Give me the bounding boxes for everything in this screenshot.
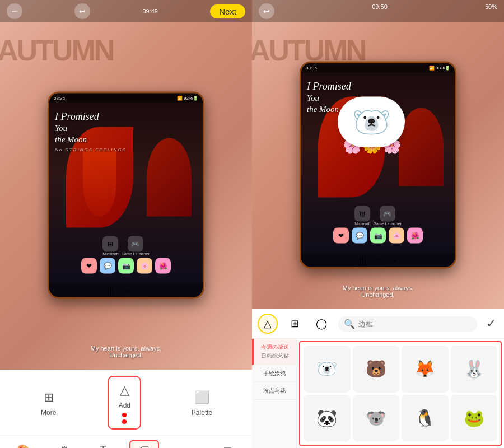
red-shape-right-2 [399,108,444,186]
microsoft-app-right: ⊞ [354,206,370,222]
app-r3: 📷 [370,228,386,244]
more-icon: ⊞ [40,389,58,407]
sticker-2: 🐻 [366,359,386,379]
game-launcher-label: Game Launcher [122,252,150,256]
category-weekly[interactable]: 今週の放送 日韩综艺贴 [252,339,296,365]
phone-nav-bar-left: ||| ○ ‹ [49,283,203,297]
phone-nav-bar-right: ||| ○ ‹ [301,253,455,267]
sticker-panel: △ ⊞ ◯ 🔍 ✓ 今週の放送 日韩综艺贴 [252,309,504,448]
right-panel: ↩ 09:50 50% AUTUMN 08:35 📶 93%🔋 [252,0,504,448]
sticker-cell-4[interactable]: 🐰 [451,346,498,393]
mask-icon: ◻ [223,444,232,449]
microsoft-label: Microsoft [102,252,118,256]
sticker-cell-7[interactable]: 🐧 [402,395,449,442]
phone-battery-right: 📶 93%🔋 [429,66,450,71]
phone-time-right: 08:35 [306,66,317,71]
category-dots[interactable]: 波点与花 [252,382,296,400]
app-r2: 💬 [352,228,367,244]
checkmark-icon: ✓ [486,316,496,330]
bear-sticker-emoji: 🐻‍❄️ [352,104,391,140]
more-tool[interactable]: ⊞ More [33,384,64,421]
sticker-content-area: 今週の放送 日韩综艺贴 手绘涂鸦 波点与花 🐻‍❄️ 🐻 [252,339,504,448]
sticker-tool-left[interactable]: 🏷 Sticker [129,440,160,448]
back-button[interactable]: ← [7,3,22,19]
sticker-cell-5[interactable]: 🐼 [304,395,351,442]
sticker-search-input[interactable] [358,320,472,328]
left-image-area: AUTUMN 08:35 📶 93%🔋 I Promised [0,0,252,370]
category-weekly-label: 今週の放送 [257,343,293,351]
undo-icon: ↩ [79,7,86,16]
adjust-tool[interactable]: ⚙ Adjust [51,441,77,449]
sticker-tab-circle[interactable]: ◯ [311,314,332,334]
mask-tool[interactable]: ◻ Mask [216,441,240,449]
right-status-bar: ↩ 09:50 50% [252,0,504,22]
app-green: 📷 [118,258,134,274]
filter-icon: 🎨 [17,444,31,449]
nav-menu-icon-right: ||| [359,255,366,265]
autumn-watermark: AUTUMN [0,34,113,67]
sticker-6: 🐨 [366,408,386,428]
sticker-search-bar[interactable]: 🔍 [338,316,477,332]
sticker-ghost-bear[interactable]: 🐻‍❄️ [338,97,405,147]
status-battery-right: 50% [485,3,497,19]
more-label: More [41,409,56,417]
sticker-3: 🦊 [414,359,435,379]
filter-tool[interactable]: 🎨 Filter [12,441,35,449]
phone-screen-right: 08:35 📶 93%🔋 🐻‍❄️ 🌸🌼🌸 I Promised You the… [301,63,455,267]
palette-tool[interactable]: ⬜ Palette [185,384,219,421]
sticker-cell-1[interactable]: 🐻‍❄️ [304,346,351,393]
nav-back-icon: ‹ [142,285,144,295]
category-handdrawn-label: 手绘涂鸦 [255,370,293,377]
brush-tool[interactable]: ✏ Brush [175,441,200,449]
left-toolbar: ⊞ More △ Add ⬜ Palette 🎨 Filter [0,370,252,448]
sticker-cell-6[interactable]: 🐨 [353,395,400,442]
phone-time-left: 08:35 [54,96,65,101]
microsoft-app: ⊞ [102,236,118,252]
phone-mockup-left: 08:35 📶 93%🔋 I Promised You the Moon No … [48,92,204,299]
triangle-icon: △ [264,318,272,330]
nav-home-icon: ○ [125,285,131,295]
adjust-icon: ⚙ [59,444,69,449]
phone-title-right-1: I Promised [307,80,449,93]
tool-row: ⊞ More △ Add ⬜ Palette [0,370,252,436]
phone-title-line2: You [55,123,197,134]
category-handdrawn[interactable]: 手绘涂鸦 [252,365,296,382]
sticker-8: 🐸 [464,408,484,428]
dot2 [122,419,127,424]
circle-icon: ◯ [316,318,327,330]
phone-status-bar-right: 08:35 📶 93%🔋 [301,63,455,73]
sticker-cell-8[interactable]: 🐸 [451,395,498,442]
add-tool[interactable]: △ Add [108,376,141,430]
undo-button-right[interactable]: ↩ [259,3,274,19]
status-time-right: 09:50 [372,3,388,19]
sticker-tab-grid[interactable]: ⊞ [284,314,305,334]
phone-status-bar-left: 08:35 📶 93%🔋 [49,94,203,103]
phone-battery-left: 📶 93%🔋 [177,96,198,101]
game-label-right: Game Launcher [374,222,402,226]
sticker-7: 🐧 [414,408,435,428]
app-r5: 🌺 [407,228,423,244]
sticker-categories-sidebar: 今週の放送 日韩综艺贴 手绘涂鸦 波点与花 [252,339,297,448]
grid-icon: ⊞ [291,318,299,330]
sticker-1: 🐻‍❄️ [316,359,337,379]
sticker-icon-left: 🏷 [138,444,150,448]
confirm-button[interactable]: ✓ [484,314,498,333]
next-button[interactable]: Next [210,4,245,18]
phone-title-line1: I Promised [55,110,197,123]
nav-menu-icon: ||| [107,285,114,295]
sticker-cell-2[interactable]: 🐻 [353,346,400,393]
sticker-tab-triangle[interactable]: △ [258,314,278,334]
caption-line1: My heart is yours, always. [0,345,252,352]
bottom-tool-row: 🎨 Filter ⚙ Adjust T Text 🏷 Sticker ✏ Bru… [0,436,252,448]
phone-title-line3: the Moon [55,134,197,145]
sticker-cell-3[interactable]: 🦊 [402,346,449,393]
bottom-caption-left: My heart is yours, always. Unchanged. [0,345,252,358]
brush-icon: ✏ [183,444,192,449]
left-panel: ← ↩ 09:49 Next AUTUMN 08:35 [0,0,252,448]
right-image-area: ↩ 09:50 50% AUTUMN 08:35 📶 93%🔋 [252,0,504,309]
text-tool[interactable]: T Text [93,441,113,448]
nav-back-icon-right: ‹ [394,255,396,265]
caption-r1: My heart is yours, always. [252,284,504,291]
left-top-bar: ← ↩ 09:49 Next [0,0,252,22]
undo-button[interactable]: ↩ [74,3,90,19]
